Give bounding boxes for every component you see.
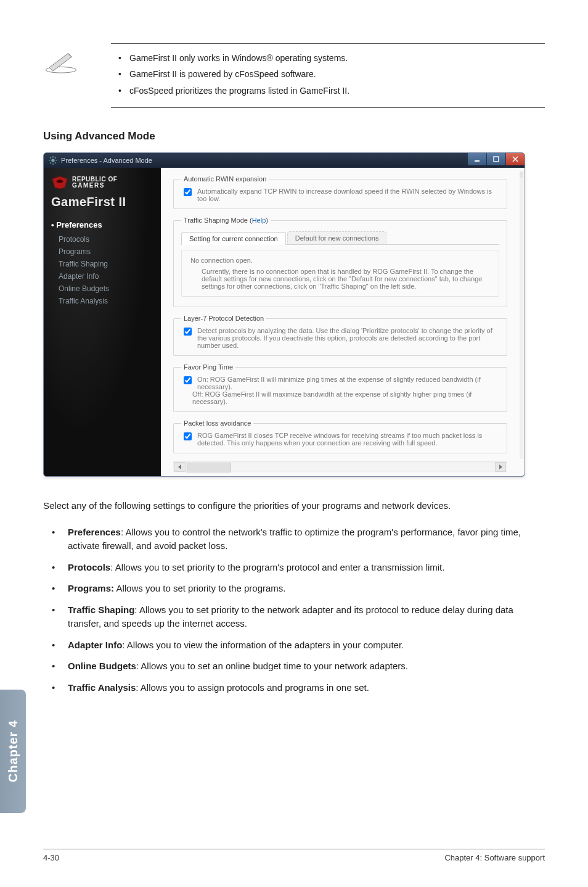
- l7-desc: Detect protocols by analyzing the data. …: [197, 327, 499, 349]
- window-body: REPUBLIC OF GAMERS GameFirst II Preferen…: [44, 168, 525, 476]
- gear-icon: [49, 156, 57, 165]
- page-heading: Using Advanced Mode: [43, 130, 545, 142]
- sidebar-item-online-budgets[interactable]: Online Budgets: [59, 283, 155, 295]
- ping-off-desc: Off: ROG GameFirst II will maximize band…: [192, 390, 499, 405]
- page-footer: 4-30 Chapter 4: Software support: [43, 849, 545, 862]
- feature-text: Allows you to set priority to the progra…: [115, 562, 445, 572]
- svg-rect-2: [475, 160, 480, 162]
- vertical-scrollbar[interactable]: [520, 171, 523, 459]
- ping-group: Favor Ping Time On: ROG GameFirst II wil…: [173, 363, 507, 412]
- feature-text: Allows you to assign protocols and progr…: [141, 682, 369, 693]
- feature-text: Allows you to set an online budget time …: [141, 661, 408, 671]
- mode-legend-suffix: ): [266, 217, 268, 224]
- note-item: GameFirst II is powered by cFosSpeed sof…: [111, 66, 545, 82]
- list-item: Traffic Shaping: Allows you to set prior…: [43, 600, 545, 635]
- feature-list: Preferences: Allows you to control the n…: [43, 522, 545, 699]
- packet-checkbox[interactable]: [184, 432, 192, 440]
- sidebar-section-title[interactable]: Preferences: [51, 220, 155, 229]
- svg-point-1: [51, 159, 54, 162]
- l7-legend: Layer-7 Protocol Detection: [181, 315, 266, 322]
- scroll-right-arrow-icon[interactable]: [495, 462, 506, 472]
- sidebar-item-programs[interactable]: Programs: [59, 245, 155, 258]
- notes-block: GameFirst II only works in Windows® oper…: [111, 43, 545, 108]
- l7-checkbox[interactable]: [184, 328, 192, 336]
- list-item: Adapter Info: Allows you to view the inf…: [43, 635, 545, 656]
- feature-sep: :: [134, 604, 139, 615]
- notes-list: GameFirst II only works in Windows® oper…: [111, 50, 545, 99]
- list-item: Online Budgets: Allows you to set an onl…: [43, 656, 545, 677]
- rog-logo-icon: [51, 175, 68, 190]
- scroll-track[interactable]: [187, 463, 494, 471]
- noconn-title: No connection open.: [190, 257, 490, 264]
- content-pane: Automatic RWIN expansion Automatically e…: [161, 168, 525, 476]
- svg-rect-3: [494, 157, 499, 162]
- feature-text: Allows you to control the network's traf…: [68, 527, 521, 551]
- window-controls: [467, 153, 525, 165]
- rwin-checkbox[interactable]: [184, 188, 192, 196]
- noconn-box: No connection open. Currently, there is …: [181, 250, 499, 297]
- list-item: Programs: Allows you to set priority to …: [43, 578, 545, 600]
- packet-legend: Packet loss avoidance: [181, 419, 253, 427]
- feature-name: Traffic Analysis: [68, 682, 136, 693]
- feature-sep: :: [110, 562, 115, 572]
- window-title: Preferences - Advanced Mode: [61, 157, 152, 164]
- mode-legend-prefix: Traffic Shaping Mode (: [184, 217, 252, 224]
- scroll-left-arrow-icon[interactable]: [174, 462, 186, 472]
- feature-name: Traffic Shaping: [68, 604, 134, 615]
- app-window: Preferences - Advanced Mode REP: [43, 152, 525, 477]
- sidebar-item-traffic-analysis[interactable]: Traffic Analysis: [59, 295, 155, 307]
- mode-legend: Traffic Shaping Mode (Help): [181, 217, 271, 224]
- list-item: Traffic Analysis: Allows you to assign p…: [43, 677, 545, 699]
- l7-group: Layer-7 Protocol Detection Detect protoc…: [173, 315, 507, 356]
- brand-line2: GAMERS: [72, 183, 117, 189]
- list-item: Preferences: Allows you to control the n…: [43, 522, 545, 557]
- brand-block: REPUBLIC OF GAMERS GameFirst II: [51, 175, 155, 209]
- rwin-desc: Automatically expand TCP RWIN to increas…: [197, 188, 499, 202]
- noconn-body: Currently, there is no connection open t…: [202, 268, 490, 290]
- list-item: Protocols: Allows you to set priority to…: [43, 557, 545, 579]
- feature-text: Allows you to set priority to the progra…: [116, 583, 285, 593]
- brand-text: REPUBLIC OF GAMERS: [72, 176, 117, 189]
- scroll-thumb[interactable]: [187, 463, 231, 472]
- ping-legend: Favor Ping Time: [181, 363, 235, 371]
- window-titlebar: Preferences - Advanced Mode: [44, 153, 525, 168]
- rwin-group: Automatic RWIN expansion Automatically e…: [173, 175, 507, 209]
- close-button[interactable]: [506, 153, 525, 165]
- feature-sep: :: [122, 640, 127, 650]
- feature-sep: :: [136, 682, 141, 693]
- chapter-tab: Chapter 4: [0, 690, 26, 813]
- mode-help-link[interactable]: Help: [252, 217, 266, 224]
- minimize-button[interactable]: [468, 153, 486, 165]
- mode-tabs: Setting for current connection Default f…: [181, 231, 499, 245]
- sidebar-item-adapter-info[interactable]: Adapter Info: [59, 270, 155, 283]
- rwin-legend: Automatic RWIN expansion: [181, 175, 269, 183]
- tab-default-new[interactable]: Default for new connections: [287, 231, 387, 244]
- feature-text: Allows you to view the information of th…: [127, 640, 404, 650]
- feature-name: Protocols: [68, 562, 110, 572]
- chapter-tab-label: Chapter 4: [6, 720, 20, 782]
- note-item: GameFirst II only works in Windows® oper…: [111, 50, 545, 66]
- mode-group: Traffic Shaping Mode (Help) Setting for …: [173, 217, 507, 307]
- sidebar-item-protocols[interactable]: Protocols: [59, 233, 155, 245]
- maximize-button[interactable]: [487, 153, 505, 165]
- ping-checkbox[interactable]: [184, 376, 192, 384]
- brand-product: GameFirst II: [51, 195, 155, 209]
- page-number: 4-30: [43, 853, 59, 862]
- feature-name: Preferences: [68, 527, 121, 537]
- sidebar-list: Protocols Programs Traffic Shaping Adapt…: [51, 233, 155, 307]
- pen-icon: [43, 49, 79, 73]
- packet-desc: ROG GameFirst II closes TCP receive wind…: [197, 432, 499, 447]
- feature-name: Programs:: [68, 583, 114, 593]
- footer-chapter: Chapter 4: Software support: [444, 853, 545, 862]
- sidebar-item-traffic-shaping[interactable]: Traffic Shaping: [59, 258, 155, 270]
- intro-paragraph: Select any of the following settings to …: [43, 499, 545, 513]
- sidebar: REPUBLIC OF GAMERS GameFirst II Preferen…: [44, 168, 161, 476]
- horizontal-scrollbar[interactable]: [173, 461, 507, 472]
- ping-desc: On: ROG GameFirst II will minimize ping …: [197, 376, 499, 390]
- tab-current-connection[interactable]: Setting for current connection: [181, 232, 286, 245]
- feature-name: Online Budgets: [68, 661, 136, 671]
- packet-group: Packet loss avoidance ROG GameFirst II c…: [173, 419, 507, 453]
- feature-name: Adapter Info: [68, 640, 122, 650]
- note-item: cFosSpeed prioritizes the programs liste…: [111, 83, 545, 99]
